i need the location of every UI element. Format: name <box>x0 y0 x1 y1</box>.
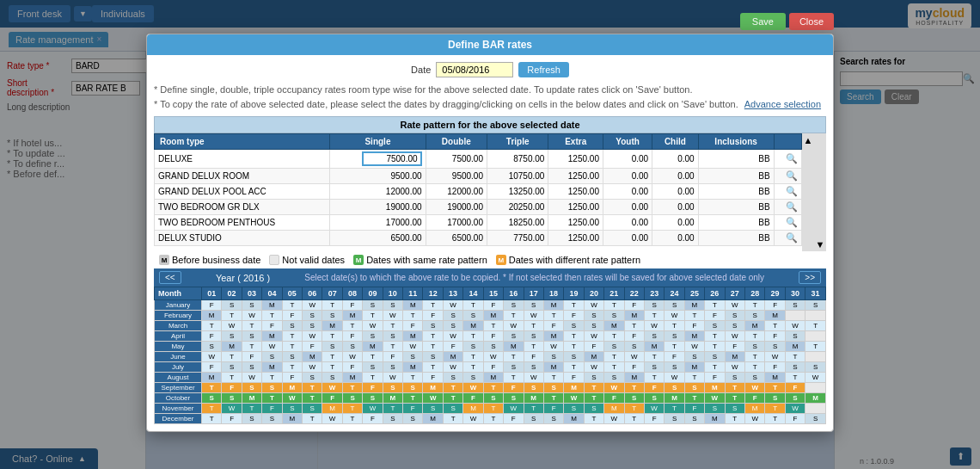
calendar-day-cell[interactable]: M <box>282 414 302 424</box>
calendar-day-cell[interactable]: T <box>242 404 261 414</box>
calendar-day-cell[interactable]: T <box>524 404 543 414</box>
calendar-day-cell[interactable]: T <box>504 352 524 362</box>
calendar-day-cell[interactable]: S <box>644 362 664 373</box>
calendar-day-cell[interactable]: T <box>705 342 725 352</box>
calendar-day-cell[interactable]: T <box>684 393 704 404</box>
calendar-day-cell[interactable]: W <box>584 362 603 373</box>
calendar-day-cell[interactable]: S <box>624 342 644 352</box>
calendar-day-cell[interactable]: M <box>785 342 805 352</box>
calendar-day-cell[interactable]: W <box>303 362 322 373</box>
calendar-day-cell[interactable]: T <box>765 414 785 424</box>
calendar-day-cell[interactable]: S <box>805 300 826 311</box>
calendar-day-cell[interactable]: F <box>262 404 282 414</box>
calendar-day-cell[interactable]: W <box>765 352 785 362</box>
search-icon-cell[interactable]: 🔍 <box>774 231 801 246</box>
calendar-day-cell[interactable]: M <box>705 383 725 393</box>
calendar-day-cell[interactable]: M <box>383 393 402 404</box>
calendar-day-cell[interactable]: W <box>383 373 402 383</box>
calendar-day-cell[interactable]: S <box>443 404 462 414</box>
calendar-day-cell[interactable]: S <box>423 352 443 362</box>
calendar-day-cell[interactable]: S <box>262 352 282 362</box>
calendar-day-cell[interactable]: S <box>423 404 443 414</box>
calendar-day-cell[interactable]: F <box>322 393 342 404</box>
search-icon-cell[interactable]: 🔍 <box>774 215 801 231</box>
calendar-day-cell[interactable]: M <box>665 393 684 404</box>
calendar-day-cell[interactable]: T <box>765 383 785 393</box>
calendar-day-cell[interactable]: S <box>383 362 402 373</box>
calendar-day-cell[interactable]: T <box>303 414 322 424</box>
calendar-day-cell[interactable]: F <box>765 300 785 311</box>
calendar-day-cell[interactable]: T <box>604 362 624 373</box>
calendar-day-cell[interactable]: W <box>463 383 483 393</box>
calendar-day-cell[interactable]: F <box>202 362 222 373</box>
calendar-day-cell[interactable]: S <box>665 383 684 393</box>
calendar-day-cell[interactable]: T <box>423 300 443 311</box>
calendar-day-cell[interactable]: T <box>604 300 624 311</box>
calendar-day-cell[interactable]: W <box>744 414 764 424</box>
calendar-day-cell[interactable]: S <box>443 311 462 321</box>
scroll-down[interactable]: ▼ <box>814 133 826 251</box>
calendar-day-cell[interactable]: M <box>744 404 764 414</box>
calendar-day-cell[interactable]: T <box>463 362 483 373</box>
advance-selection-link[interactable]: Advance selection <box>744 99 821 109</box>
calendar-day-cell[interactable]: M <box>604 404 624 414</box>
calendar-day-cell[interactable]: T <box>342 404 362 414</box>
calendar-day-cell[interactable]: F <box>624 362 644 373</box>
calendar-day-cell[interactable]: S <box>765 393 785 404</box>
calendar-day-cell[interactable]: M <box>564 383 584 393</box>
calendar-day-cell[interactable]: M <box>463 321 483 331</box>
calendar-day-cell[interactable]: T <box>524 321 543 331</box>
calendar-day-cell[interactable]: W <box>644 404 664 414</box>
calendar-day-cell[interactable]: T <box>303 383 322 393</box>
calendar-day-cell[interactable]: S <box>504 300 524 311</box>
calendar-day-cell[interactable]: S <box>322 342 342 352</box>
close-button[interactable]: Close <box>789 13 834 30</box>
calendar-day-cell[interactable]: S <box>443 321 462 331</box>
calendar-day-cell[interactable]: S <box>805 362 826 373</box>
calendar-day-cell[interactable]: F <box>202 331 222 342</box>
calendar-day-cell[interactable]: M <box>282 383 302 393</box>
calendar-day-cell[interactable]: T <box>665 321 684 331</box>
calendar-day-cell[interactable]: F <box>483 331 503 342</box>
calendar-day-cell[interactable]: S <box>524 300 543 311</box>
calendar-day-cell[interactable]: W <box>303 300 322 311</box>
calendar-day-cell[interactable]: T <box>483 414 503 424</box>
calendar-day-cell[interactable]: T <box>725 393 744 404</box>
calendar-day-cell[interactable]: T <box>262 393 282 404</box>
calendar-day-cell[interactable]: W <box>282 393 302 404</box>
calendar-day-cell[interactable]: T <box>765 321 785 331</box>
room-search-btn[interactable]: 🔍 <box>786 153 798 164</box>
calendar-day-cell[interactable]: F <box>765 331 785 342</box>
calendar-day-cell[interactable]: F <box>705 311 725 321</box>
calendar-day-cell[interactable]: T <box>725 414 744 424</box>
calendar-day-cell[interactable]: T <box>202 383 222 393</box>
calendar-day-cell[interactable]: T <box>423 331 443 342</box>
calendar-day-cell[interactable]: F <box>684 404 704 414</box>
calendar-day-cell[interactable]: T <box>524 342 543 352</box>
calendar-day-cell[interactable] <box>785 311 805 321</box>
calendar-day-cell[interactable]: F <box>262 321 282 331</box>
room-search-btn[interactable]: 🔍 <box>786 170 798 182</box>
calendar-day-cell[interactable]: M <box>684 300 704 311</box>
calendar-day-cell[interactable]: S <box>242 383 261 393</box>
calendar-day-cell[interactable]: F <box>785 383 805 393</box>
calendar-day-cell[interactable]: T <box>403 311 423 321</box>
calendar-day-cell[interactable]: M <box>644 342 664 352</box>
calendar-day-cell[interactable]: S <box>363 362 383 373</box>
calendar-day-cell[interactable]: T <box>744 352 764 362</box>
calendar-day-cell[interactable]: T <box>624 404 644 414</box>
calendar-day-cell[interactable]: W <box>665 373 684 383</box>
calendar-day-cell[interactable]: W <box>383 311 402 321</box>
calendar-day-cell[interactable]: S <box>363 331 383 342</box>
calendar-day-cell[interactable]: F <box>785 414 805 424</box>
calendar-day-cell[interactable]: T <box>282 342 302 352</box>
calendar-day-cell[interactable]: S <box>282 352 302 362</box>
room-search-btn[interactable]: 🔍 <box>786 217 798 228</box>
calendar-day-cell[interactable]: S <box>705 352 725 362</box>
calendar-day-cell[interactable]: F <box>564 373 584 383</box>
calendar-day-cell[interactable]: F <box>222 414 242 424</box>
calendar-day-cell[interactable]: S <box>785 393 805 404</box>
calendar-day-cell[interactable]: T <box>684 311 704 321</box>
calendar-day-cell[interactable]: T <box>443 393 462 404</box>
calendar-day-cell[interactable]: T <box>543 373 563 383</box>
